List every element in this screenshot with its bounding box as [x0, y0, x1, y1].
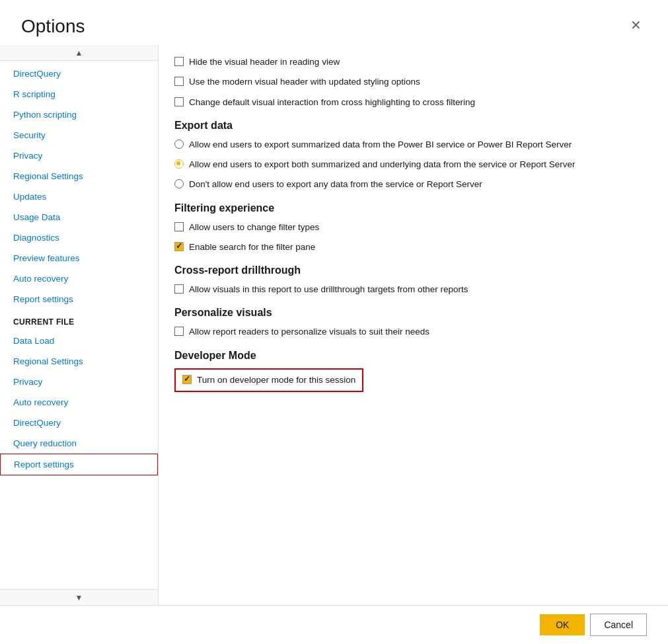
sidebar-item-updates[interactable]: Updates — [0, 186, 158, 207]
sidebar-item-regional-settings[interactable]: Regional Settings — [0, 166, 158, 186]
option-label-export-summarized: Allow end users to export summarized dat… — [189, 138, 572, 151]
visual-options-section: Hide the visual header in reading view U… — [174, 56, 647, 109]
sidebar-item-query-reduction[interactable]: Query reduction — [0, 433, 158, 454]
option-label-hide-header: Hide the visual header in reading view — [189, 56, 340, 69]
sidebar-item-directquery-file[interactable]: DirectQuery — [0, 413, 158, 433]
sidebar-item-report-settings-global[interactable]: Report settings — [0, 289, 158, 309]
export-data-section: Export data Allow end users to export su… — [174, 120, 647, 192]
option-row-filter-search: Enable search for the filter pane — [174, 241, 647, 254]
option-row-cross-interaction: Change default visual interaction from c… — [174, 96, 647, 109]
personalize-section: Personalize visuals Allow report readers… — [174, 307, 647, 339]
options-dialog: Options ✕ ▲ DirectQuery R scripting Pyth… — [0, 0, 668, 644]
option-label-drillthrough: Allow visuals in this report to use dril… — [189, 283, 468, 296]
developer-mode-title: Developer Mode — [174, 350, 647, 362]
personalize-title: Personalize visuals — [174, 307, 647, 319]
sidebar-scroll-down[interactable]: ▼ — [0, 589, 158, 605]
checkbox-drillthrough[interactable] — [174, 284, 184, 294]
checkbox-modern-header[interactable] — [174, 77, 184, 86]
checkbox-filter-search[interactable] — [174, 242, 184, 251]
sidebar-item-security[interactable]: Security — [0, 125, 158, 145]
sidebar: ▲ DirectQuery R scripting Python scripti… — [0, 45, 159, 605]
checkbox-cross-interaction[interactable] — [174, 97, 184, 106]
export-data-title: Export data — [174, 120, 647, 132]
option-row-personalize: Allow report readers to personalize visu… — [174, 325, 647, 339]
drillthrough-section: Cross-report drillthrough Allow visuals … — [174, 264, 647, 296]
checkbox-hide-header[interactable] — [174, 57, 184, 66]
developer-mode-box: Turn on developer mode for this session — [174, 368, 363, 392]
sidebar-item-usage-data[interactable]: Usage Data — [0, 207, 158, 227]
option-row-hide-header: Hide the visual header in reading view — [174, 56, 647, 69]
sidebar-item-report-settings-file[interactable]: Report settings — [0, 454, 158, 475]
option-row-export-summarized: Allow end users to export summarized dat… — [174, 138, 647, 151]
content-area: Hide the visual header in reading view U… — [159, 45, 668, 605]
option-label-modern-header: Use the modern visual header with update… — [189, 75, 420, 89]
option-row-modern-header: Use the modern visual header with update… — [174, 75, 647, 89]
radio-export-summarized[interactable] — [174, 140, 184, 149]
dialog-footer: OK Cancel — [0, 605, 668, 644]
sidebar-item-regional-settings-file[interactable]: Regional Settings — [0, 351, 158, 372]
radio-export-none[interactable] — [174, 179, 184, 188]
option-label-export-none: Don't allow end users to export any data… — [189, 178, 482, 191]
sidebar-item-data-load[interactable]: Data Load — [0, 331, 158, 351]
radio-export-both[interactable] — [174, 159, 184, 169]
sidebar-scroll-up[interactable]: ▲ — [0, 45, 158, 61]
option-label-change-filter-types: Allow users to change filter types — [189, 221, 319, 234]
dialog-header: Options ✕ — [0, 0, 668, 45]
sidebar-item-privacy-file[interactable]: Privacy — [0, 372, 158, 392]
option-label-developer-mode: Turn on developer mode for this session — [197, 374, 355, 387]
checkbox-change-filter-types[interactable] — [174, 222, 184, 231]
option-row-drillthrough: Allow visuals in this report to use dril… — [174, 283, 647, 296]
option-label-export-both: Allow end users to export both summarize… — [189, 158, 575, 171]
drillthrough-title: Cross-report drillthrough — [174, 264, 647, 276]
sidebar-section-current-file: CURRENT FILE — [0, 309, 158, 331]
filtering-section: Filtering experience Allow users to chan… — [174, 202, 647, 255]
cancel-button[interactable]: Cancel — [590, 614, 647, 636]
ok-button[interactable]: OK — [540, 614, 585, 635]
content-scroll: Hide the visual header in reading view U… — [159, 45, 668, 605]
option-label-personalize: Allow report readers to personalize visu… — [189, 325, 429, 339]
sidebar-item-auto-recovery[interactable]: Auto recovery — [0, 268, 158, 289]
sidebar-item-python-scripting[interactable]: Python scripting — [0, 104, 158, 125]
option-label-filter-search: Enable search for the filter pane — [189, 241, 315, 254]
option-row-export-none: Don't allow end users to export any data… — [174, 178, 647, 191]
option-row-change-filter-types: Allow users to change filter types — [174, 221, 647, 234]
developer-mode-section: Developer Mode Turn on developer mode fo… — [174, 350, 647, 399]
filtering-title: Filtering experience — [174, 202, 647, 214]
sidebar-item-preview-features[interactable]: Preview features — [0, 248, 158, 268]
dialog-title: Options — [21, 16, 85, 37]
close-button[interactable]: ✕ — [625, 16, 647, 34]
sidebar-item-diagnostics[interactable]: Diagnostics — [0, 227, 158, 248]
sidebar-item-r-scripting[interactable]: R scripting — [0, 84, 158, 104]
checkbox-personalize[interactable] — [174, 327, 184, 336]
dialog-body: ▲ DirectQuery R scripting Python scripti… — [0, 45, 668, 605]
sidebar-scroll-area: DirectQuery R scripting Python scripting… — [0, 61, 158, 589]
option-row-export-both: Allow end users to export both summarize… — [174, 158, 647, 171]
sidebar-item-auto-recovery-file[interactable]: Auto recovery — [0, 392, 158, 413]
sidebar-item-privacy[interactable]: Privacy — [0, 145, 158, 166]
sidebar-item-directquery[interactable]: DirectQuery — [0, 63, 158, 84]
option-label-cross-interaction: Change default visual interaction from c… — [189, 96, 475, 109]
checkbox-developer-mode[interactable] — [182, 375, 192, 384]
